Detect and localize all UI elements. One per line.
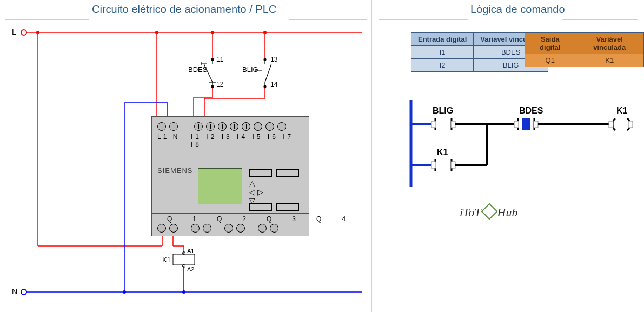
- svg-point-21: [211, 85, 214, 88]
- svg-rect-76: [431, 162, 436, 168]
- svg-point-31: [264, 58, 266, 61]
- svg-rect-46: [173, 254, 195, 265]
- plc-button: [276, 203, 299, 211]
- svg-point-53: [182, 290, 185, 294]
- svg-text:K1: K1: [437, 148, 448, 157]
- svg-rect-71: [628, 121, 633, 128]
- svg-rect-67: [534, 121, 538, 128]
- ladder-diagram: BLIG BDES K1 K1: [379, 95, 644, 214]
- svg-rect-70: [609, 121, 613, 128]
- arrow-pad-icon: △◁ ▷▽: [249, 179, 263, 205]
- plc-button: [276, 169, 299, 177]
- term: L1: [157, 133, 169, 141]
- screw-icon: [157, 122, 166, 131]
- term: N: [173, 133, 180, 141]
- screw-icon: [277, 122, 286, 131]
- screw-icon: [194, 122, 203, 131]
- rule: [379, 19, 468, 20]
- screw-icon: [169, 122, 178, 131]
- svg-text:BLIG: BLIG: [242, 65, 258, 74]
- svg-point-13: [211, 31, 214, 34]
- svg-text:N: N: [12, 287, 17, 296]
- svg-point-11: [155, 31, 158, 34]
- svg-point-20: [211, 58, 214, 61]
- svg-point-15: [263, 31, 267, 34]
- cube-icon: [481, 203, 497, 220]
- svg-point-9: [36, 31, 39, 34]
- svg-text:13: 13: [270, 56, 278, 63]
- svg-text:BDES: BDES: [188, 65, 208, 74]
- output-table: Saída digitalVariável vinculada Q1K1: [525, 32, 644, 67]
- plc-screen: [198, 168, 242, 204]
- svg-text:K1: K1: [616, 106, 628, 115]
- screw-icon: [230, 122, 238, 131]
- svg-text:A2: A2: [187, 266, 194, 273]
- plc-button: [249, 169, 272, 177]
- svg-rect-60: [451, 121, 455, 128]
- svg-rect-66: [514, 121, 519, 128]
- svg-rect-77: [451, 162, 455, 168]
- svg-text:11: 11: [216, 56, 224, 63]
- plc-brand: SIEMENS: [157, 167, 193, 175]
- svg-text:K1: K1: [162, 256, 171, 264]
- svg-rect-59: [431, 121, 436, 128]
- rule: [562, 19, 638, 20]
- vertical-divider: [371, 0, 372, 312]
- svg-text:14: 14: [270, 81, 278, 88]
- svg-text:L: L: [12, 28, 16, 36]
- svg-point-3: [21, 289, 26, 295]
- svg-text:BDES: BDES: [519, 106, 543, 115]
- svg-point-0: [21, 30, 26, 35]
- svg-point-32: [264, 85, 266, 88]
- svg-line-29: [265, 64, 271, 82]
- svg-point-42: [123, 290, 126, 294]
- screw-icon: [265, 122, 274, 131]
- screw-icon: [218, 122, 227, 131]
- screw-icon: [206, 122, 215, 131]
- itot-hub-logo: iToTHub: [460, 205, 517, 220]
- plc-device: L1 N I1 I2 I3 I4 I5 I6 I7 I8 SIEMENS △◁ …: [151, 116, 309, 236]
- screw-icon: [242, 122, 250, 131]
- title-right: Lógica de comando: [470, 3, 565, 16]
- svg-rect-65: [522, 118, 530, 130]
- screw-icon: [254, 122, 262, 131]
- svg-text:A1: A1: [187, 248, 194, 254]
- svg-text:BLIG: BLIG: [433, 106, 453, 115]
- svg-text:12: 12: [216, 81, 224, 88]
- plc-button: [249, 203, 272, 211]
